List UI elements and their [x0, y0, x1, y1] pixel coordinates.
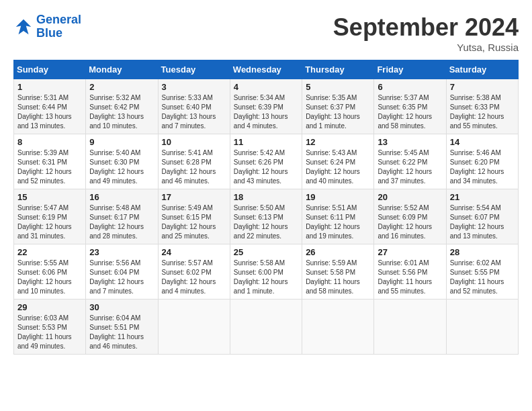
day-number: 11	[234, 137, 298, 147]
calendar-cell	[446, 300, 518, 355]
calendar-cell: 7Sunrise: 5:38 AM Sunset: 6:33 PM Daylig…	[446, 79, 518, 134]
day-number: 12	[306, 137, 370, 147]
cell-info: Sunrise: 5:33 AM Sunset: 6:40 PM Dayligh…	[162, 93, 226, 131]
svg-marker-0	[16, 19, 32, 35]
cell-info: Sunrise: 5:35 AM Sunset: 6:37 PM Dayligh…	[306, 93, 370, 131]
calendar-cell: 16Sunrise: 5:48 AM Sunset: 6:17 PM Dayli…	[86, 189, 158, 244]
day-number: 21	[450, 192, 515, 202]
weekday-header-wednesday: Wednesday	[230, 60, 302, 79]
day-number: 10	[162, 137, 226, 147]
calendar-cell: 15Sunrise: 5:47 AM Sunset: 6:19 PM Dayli…	[14, 189, 86, 244]
day-number: 23	[89, 247, 154, 257]
cell-info: Sunrise: 5:31 AM Sunset: 6:44 PM Dayligh…	[17, 93, 82, 131]
calendar-cell: 24Sunrise: 5:57 AM Sunset: 6:02 PM Dayli…	[158, 244, 230, 300]
calendar-cell: 6Sunrise: 5:37 AM Sunset: 6:35 PM Daylig…	[374, 79, 446, 134]
weekday-header-tuesday: Tuesday	[158, 60, 230, 79]
logo: GeneralBlue	[13, 13, 81, 40]
calendar-cell: 19Sunrise: 5:51 AM Sunset: 6:11 PM Dayli…	[302, 189, 374, 244]
day-number: 7	[450, 82, 515, 92]
day-number: 6	[378, 82, 442, 92]
calendar-cell: 13Sunrise: 5:45 AM Sunset: 6:22 PM Dayli…	[374, 134, 446, 189]
weekday-header-row: SundayMondayTuesdayWednesdayThursdayFrid…	[14, 60, 519, 79]
calendar-cell: 9Sunrise: 5:40 AM Sunset: 6:30 PM Daylig…	[86, 134, 158, 189]
cell-info: Sunrise: 5:57 AM Sunset: 6:02 PM Dayligh…	[162, 259, 226, 296]
calendar-cell	[302, 300, 374, 355]
weekday-header-sunday: Sunday	[14, 60, 86, 79]
calendar-cell: 27Sunrise: 6:01 AM Sunset: 5:56 PM Dayli…	[374, 244, 446, 300]
day-number: 24	[162, 247, 226, 257]
day-number: 9	[89, 137, 154, 147]
calendar-cell: 30Sunrise: 6:04 AM Sunset: 5:51 PM Dayli…	[86, 300, 158, 355]
week-row-2: 8Sunrise: 5:39 AM Sunset: 6:31 PM Daylig…	[14, 134, 519, 189]
calendar-cell	[230, 300, 302, 355]
cell-info: Sunrise: 5:37 AM Sunset: 6:35 PM Dayligh…	[378, 93, 442, 131]
calendar-cell: 21Sunrise: 5:54 AM Sunset: 6:07 PM Dayli…	[446, 189, 518, 244]
calendar-cell: 14Sunrise: 5:46 AM Sunset: 6:20 PM Dayli…	[446, 134, 518, 189]
day-number: 27	[378, 247, 442, 257]
calendar-cell: 22Sunrise: 5:55 AM Sunset: 6:06 PM Dayli…	[14, 244, 86, 300]
cell-info: Sunrise: 5:58 AM Sunset: 6:00 PM Dayligh…	[234, 259, 298, 296]
week-row-1: 1Sunrise: 5:31 AM Sunset: 6:44 PM Daylig…	[14, 79, 519, 134]
cell-info: Sunrise: 5:49 AM Sunset: 6:15 PM Dayligh…	[162, 203, 226, 241]
calendar-cell: 10Sunrise: 5:41 AM Sunset: 6:28 PM Dayli…	[158, 134, 230, 189]
cell-info: Sunrise: 5:41 AM Sunset: 6:28 PM Dayligh…	[162, 148, 226, 186]
calendar-cell: 4Sunrise: 5:34 AM Sunset: 6:39 PM Daylig…	[230, 79, 302, 134]
cell-info: Sunrise: 5:46 AM Sunset: 6:20 PM Dayligh…	[450, 148, 515, 186]
cell-info: Sunrise: 5:39 AM Sunset: 6:31 PM Dayligh…	[17, 148, 82, 186]
cell-info: Sunrise: 5:32 AM Sunset: 6:42 PM Dayligh…	[89, 93, 154, 131]
weekday-header-thursday: Thursday	[302, 60, 374, 79]
month-title: September 2024	[333, 13, 519, 42]
cell-info: Sunrise: 5:38 AM Sunset: 6:33 PM Dayligh…	[450, 93, 515, 131]
cell-info: Sunrise: 6:01 AM Sunset: 5:56 PM Dayligh…	[378, 259, 442, 296]
cell-info: Sunrise: 5:54 AM Sunset: 6:07 PM Dayligh…	[450, 203, 515, 241]
day-number: 20	[378, 192, 442, 202]
day-number: 5	[306, 82, 370, 92]
weekday-header-saturday: Saturday	[446, 60, 518, 79]
day-number: 4	[234, 82, 298, 92]
calendar-cell: 2Sunrise: 5:32 AM Sunset: 6:42 PM Daylig…	[86, 79, 158, 134]
cell-info: Sunrise: 5:50 AM Sunset: 6:13 PM Dayligh…	[234, 203, 298, 241]
day-number: 8	[17, 137, 82, 147]
cell-info: Sunrise: 5:52 AM Sunset: 6:09 PM Dayligh…	[378, 203, 442, 241]
day-number: 29	[17, 302, 82, 312]
cell-info: Sunrise: 5:59 AM Sunset: 5:58 PM Dayligh…	[306, 259, 370, 296]
cell-info: Sunrise: 5:45 AM Sunset: 6:22 PM Dayligh…	[378, 148, 442, 186]
location: Yutsa, Russia	[333, 42, 519, 53]
day-number: 19	[306, 192, 370, 202]
calendar-cell: 29Sunrise: 6:03 AM Sunset: 5:53 PM Dayli…	[14, 300, 86, 355]
day-number: 18	[234, 192, 298, 202]
day-number: 22	[17, 247, 82, 257]
day-number: 16	[89, 192, 154, 202]
day-number: 26	[306, 247, 370, 257]
calendar-cell: 23Sunrise: 5:56 AM Sunset: 6:04 PM Dayli…	[86, 244, 158, 300]
calendar-cell: 25Sunrise: 5:58 AM Sunset: 6:00 PM Dayli…	[230, 244, 302, 300]
day-number: 17	[162, 192, 226, 202]
day-number: 1	[17, 82, 82, 92]
calendar-cell: 28Sunrise: 6:02 AM Sunset: 5:55 PM Dayli…	[446, 244, 518, 300]
calendar-cell: 12Sunrise: 5:43 AM Sunset: 6:24 PM Dayli…	[302, 134, 374, 189]
day-number: 15	[17, 192, 82, 202]
calendar-cell: 26Sunrise: 5:59 AM Sunset: 5:58 PM Dayli…	[302, 244, 374, 300]
cell-info: Sunrise: 5:40 AM Sunset: 6:30 PM Dayligh…	[89, 148, 154, 186]
cell-info: Sunrise: 5:55 AM Sunset: 6:06 PM Dayligh…	[17, 259, 82, 296]
week-row-4: 22Sunrise: 5:55 AM Sunset: 6:06 PM Dayli…	[14, 244, 519, 300]
cell-info: Sunrise: 5:51 AM Sunset: 6:11 PM Dayligh…	[306, 203, 370, 241]
page-header: GeneralBlue September 2024 Yutsa, Russia	[13, 13, 519, 53]
weekday-header-friday: Friday	[374, 60, 446, 79]
logo-icon	[13, 17, 34, 37]
cell-info: Sunrise: 5:47 AM Sunset: 6:19 PM Dayligh…	[17, 203, 82, 241]
day-number: 3	[162, 82, 226, 92]
calendar-cell	[158, 300, 230, 355]
cell-info: Sunrise: 6:04 AM Sunset: 5:51 PM Dayligh…	[89, 314, 154, 351]
calendar-cell: 17Sunrise: 5:49 AM Sunset: 6:15 PM Dayli…	[158, 189, 230, 244]
calendar-cell: 1Sunrise: 5:31 AM Sunset: 6:44 PM Daylig…	[14, 79, 86, 134]
day-number: 2	[89, 82, 154, 92]
day-number: 28	[450, 247, 515, 257]
title-block: September 2024 Yutsa, Russia	[333, 13, 519, 53]
calendar-cell: 3Sunrise: 5:33 AM Sunset: 6:40 PM Daylig…	[158, 79, 230, 134]
cell-info: Sunrise: 5:56 AM Sunset: 6:04 PM Dayligh…	[89, 259, 154, 296]
cell-info: Sunrise: 5:43 AM Sunset: 6:24 PM Dayligh…	[306, 148, 370, 186]
calendar-cell	[374, 300, 446, 355]
day-number: 13	[378, 137, 442, 147]
day-number: 14	[450, 137, 515, 147]
